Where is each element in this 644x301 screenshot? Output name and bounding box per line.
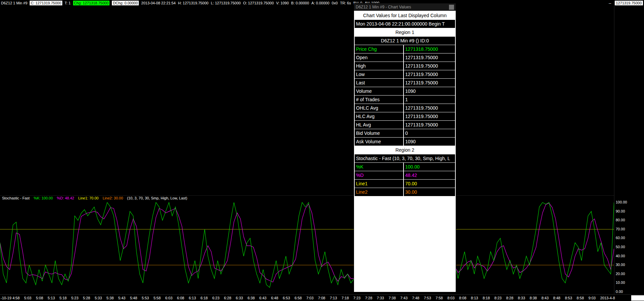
cv-row-line2: Line230.00 xyxy=(355,188,455,196)
x-axis-tick-label: 9:03 xyxy=(588,296,595,300)
cv-row-value: 1271319.75000 xyxy=(404,121,455,129)
cv-row-line1: Line170.00 xyxy=(355,180,455,188)
window-menu-button[interactable] xyxy=(449,5,454,10)
topbar-field: V: 1090 xyxy=(276,1,289,5)
cv-row-value: 1090 xyxy=(404,138,455,146)
cv-row-label: %K xyxy=(355,163,404,171)
x-axis-tick-label: 8:28 xyxy=(506,296,513,300)
study-label-part: %K: 100.00 xyxy=(34,196,53,200)
y-axis-tick-label: 100.00 xyxy=(616,200,627,204)
x-axis-tick-label: 6:03 xyxy=(165,296,172,300)
y-axis-tick-label: 40.00 xyxy=(616,254,625,258)
y-axis-tick-label: 0.00 xyxy=(616,290,623,294)
cv-row-label: Low xyxy=(355,70,404,78)
x-axis-tick-label: 5:13 xyxy=(48,296,55,300)
cv-row-value: 48.42 xyxy=(404,171,455,179)
y-axis-tick-label: 80.00 xyxy=(616,218,625,222)
cv-row--of-trades: # of Trades1 xyxy=(355,96,455,104)
cv-row-volume: Volume1090 xyxy=(355,87,455,95)
topbar-field: Chg: 1271318.75000 xyxy=(73,1,110,5)
x-axis-tick-label: -10-19 xyxy=(1,296,11,300)
cv-row-label: Bid Volume xyxy=(355,129,404,137)
topbar-field: B: 0.00000 xyxy=(291,1,309,5)
cv-row-low: Low1271319.75000 xyxy=(355,70,455,78)
cv-row-value: 1 xyxy=(404,96,455,104)
cv-row-last: Last1271319.75000 xyxy=(355,79,455,87)
cv-row--d: %D48.42 xyxy=(355,171,455,179)
time-axis-corner-box xyxy=(631,295,644,301)
x-axis-tick-label: 7:33 xyxy=(377,296,384,300)
cv-row-label: Ask Volume xyxy=(355,138,404,146)
cv-region1-subtitle: D6Z12 1 Min #9 () ID:0 xyxy=(355,37,455,45)
x-axis-tick-label: 5:03 xyxy=(24,296,31,300)
y-axis-tick-label: 30.00 xyxy=(616,263,625,267)
x-axis-tick-label: 6:28 xyxy=(224,296,231,300)
cv-row-bid-volume: Bid Volume0 xyxy=(355,129,455,137)
study-label-part: Line2: 30.00 xyxy=(103,196,123,200)
x-axis-tick-label: 7:43 xyxy=(400,296,408,300)
x-axis-tick-label: 6:13 xyxy=(189,296,196,300)
x-axis-tick-label: 5:48 xyxy=(130,296,137,300)
x-axis-tick-label: 8:03 xyxy=(447,296,454,300)
cv-row-value: 70.00 xyxy=(404,180,455,188)
topbar-field: O: 1271319.75000 xyxy=(243,1,274,5)
x-axis-tick-label: 5:33 xyxy=(95,296,102,300)
x-axis-tick-label: 6:43 xyxy=(259,296,266,300)
topbar-field: A: 0.00000 xyxy=(312,1,329,5)
cv-row-label: Price Chg xyxy=(355,45,404,53)
cv-row-value: 1271318.75000 xyxy=(404,45,455,53)
x-axis-tick-label: 7:53 xyxy=(424,296,431,300)
cv-row-value: 1271319.75000 xyxy=(404,53,455,62)
stochastic-chart[interactable] xyxy=(0,198,614,294)
x-axis-tick-label: 6:38 xyxy=(248,296,255,300)
x-axis-tick-label: 5:18 xyxy=(60,296,67,300)
topbar-field: 2013-04-08 22:21:54 xyxy=(141,1,175,5)
cv-region1-header: Region 1 xyxy=(355,28,455,36)
chart-values-window: D6Z12 1 Min #9 - Chart Values Chart Valu… xyxy=(354,3,456,292)
x-axis-tick-label: 8:38 xyxy=(530,296,537,300)
x-axis-tick-label: 5:43 xyxy=(118,296,125,300)
x-axis-tick-label: 7:58 xyxy=(436,296,443,300)
cv-row-value: 100.00 xyxy=(404,163,455,171)
stochastic-study-label: Stochastic - Fast%K: 100.00%D: 48.42Line… xyxy=(2,196,187,200)
topbar-field: H: 1271319.75000 xyxy=(178,1,208,5)
study-label-part: Stochastic - Fast xyxy=(2,196,30,200)
cv-row-value: 1090 xyxy=(404,87,455,95)
x-axis-tick-label: 8:58 xyxy=(577,296,584,300)
x-axis-tick-label: 8:08 xyxy=(459,296,466,300)
x-axis-tick-label: 8:33 xyxy=(518,296,525,300)
x-axis-tick-label: 7:23 xyxy=(353,296,360,300)
percent-d-line xyxy=(0,203,614,282)
cv-row-open: Open1271319.75000 xyxy=(355,53,455,62)
x-axis-tick-label: 5:28 xyxy=(83,296,90,300)
main-price-region[interactable] xyxy=(0,6,614,196)
cv-empty-area xyxy=(355,196,455,291)
cv-row-value: 1271319.75000 xyxy=(404,112,455,120)
cv-row-value: 30.00 xyxy=(404,188,455,196)
cv-row-label: Last xyxy=(355,79,404,87)
cv-timestamp: Mon 2013-04-08 22:21:00.000000 Begin T xyxy=(355,20,455,28)
x-axis-tick-label: 4:58 xyxy=(12,296,20,300)
chart-values-titlebar[interactable]: D6Z12 1 Min #9 - Chart Values xyxy=(354,3,456,11)
cv-row-hl-avg: HL Avg1271319.75000 xyxy=(355,121,455,129)
cv-row-ohlc-avg: OHLC Avg1271319.75000 xyxy=(355,104,455,112)
time-axis[interactable]: -10-194:585:035:085:135:185:235:285:335:… xyxy=(0,294,644,301)
cv-row-high: High1271319.75000 xyxy=(355,62,455,70)
cv-row-value: 0 xyxy=(404,129,455,137)
x-axis-tick-label: 8:48 xyxy=(553,296,560,300)
cv-row-label: OHLC Avg xyxy=(355,104,404,112)
x-axis-tick-label: 8:13 xyxy=(471,296,478,300)
x-axis-tick-label: 6:08 xyxy=(177,296,184,300)
cv-row-label: HL Avg xyxy=(355,121,404,129)
cv-row-label: Line1 xyxy=(355,180,404,188)
study-label-part: (10, 3, 70, 30, Smp, High, Low, Last) xyxy=(127,196,187,200)
price-scale[interactable]: 100.0090.0080.0070.0060.0050.0040.0030.0… xyxy=(614,6,644,294)
cv-row-price-chg: Price Chg1271318.75000 xyxy=(355,45,455,53)
cv-region2-header: Region 2 xyxy=(355,146,455,154)
cv-row-label: %D xyxy=(355,171,404,179)
last-price-box: 1271319.75000 xyxy=(615,1,643,5)
x-axis-tick-label: 6:33 xyxy=(236,296,243,300)
cv-region1-rows: Price Chg1271318.75000Open1271319.75000H… xyxy=(355,45,455,146)
minimize-icon[interactable]: – xyxy=(609,1,611,6)
topbar-field: DChg: 0.00000 xyxy=(112,1,139,5)
